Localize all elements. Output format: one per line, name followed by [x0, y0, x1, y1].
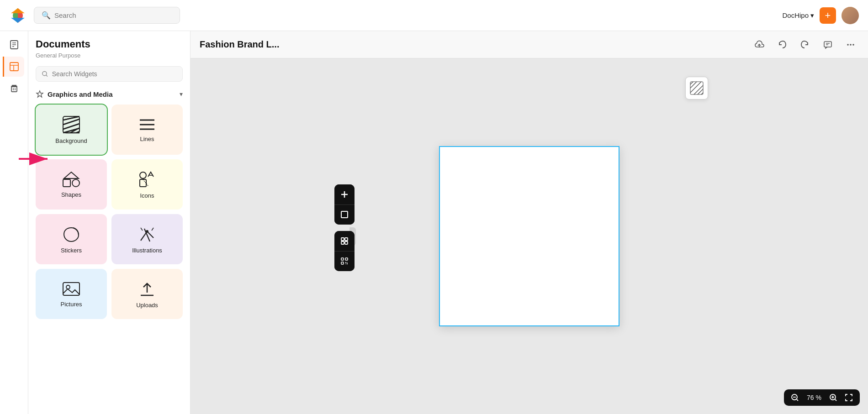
sidebar-subtitle: General Purpose	[36, 52, 183, 59]
zoom-fullscreen-button[interactable]	[843, 392, 854, 403]
widget-shapes[interactable]: Shapes	[36, 159, 107, 210]
widget-uploads[interactable]: Uploads	[111, 269, 183, 319]
redo-button[interactable]	[797, 37, 813, 53]
hatch-icon	[685, 77, 708, 100]
svg-rect-75	[345, 263, 346, 264]
svg-line-40	[141, 228, 143, 231]
float-qr-button[interactable]	[334, 251, 355, 271]
widget-search-bar[interactable]	[36, 66, 183, 82]
sidebar-title: Documents	[36, 38, 183, 50]
zoom-out-button[interactable]	[789, 392, 800, 403]
svg-rect-71	[345, 258, 348, 260]
zoom-controls: 76 %	[784, 389, 860, 406]
create-new-button[interactable]: +	[820, 7, 836, 24]
svg-line-22	[63, 124, 79, 129]
main-canvas-area: Fashion Brand L...	[191, 31, 868, 414]
svg-rect-76	[347, 262, 348, 263]
comment-button[interactable]	[820, 37, 836, 53]
svg-line-41	[152, 228, 153, 231]
svg-line-35	[143, 179, 148, 186]
save-cloud-button[interactable]	[751, 37, 767, 53]
widget-icons[interactable]: Icons	[111, 159, 183, 210]
svg-line-79	[797, 399, 798, 401]
stickers-widget-icon	[62, 225, 80, 243]
svg-point-54	[852, 44, 854, 46]
sidebar-item-trash[interactable]	[4, 79, 24, 99]
float-add-button[interactable]	[334, 184, 355, 204]
undo-icon	[778, 40, 787, 49]
left-icon-bar	[0, 31, 28, 414]
zoom-in-button[interactable]	[828, 392, 839, 403]
pictures-label: Pictures	[61, 301, 82, 308]
float-add-icon	[340, 190, 349, 199]
canvas-document[interactable]	[439, 146, 619, 326]
search-icon: 🔍	[42, 11, 51, 20]
svg-rect-32	[140, 179, 146, 187]
float-grid-icon	[340, 236, 349, 246]
widget-lines[interactable]: Lines	[111, 105, 183, 155]
zoom-level-display: 76 %	[805, 394, 823, 401]
search-widgets-icon	[42, 70, 48, 78]
nav-right: DocHipo ▾ +	[782, 7, 859, 24]
svg-rect-42	[63, 283, 79, 295]
zoom-out-icon	[791, 393, 799, 402]
svg-marker-31	[64, 172, 79, 178]
svg-rect-69	[345, 241, 348, 244]
svg-rect-72	[341, 262, 344, 264]
top-navigation: 🔍 DocHipo ▾ +	[0, 0, 868, 31]
svg-rect-68	[341, 241, 344, 244]
icons-label: Icons	[140, 192, 154, 199]
document-title: Fashion Brand L...	[200, 39, 746, 50]
float-qr-icon	[340, 257, 349, 266]
stickers-label: Stickers	[61, 247, 82, 254]
svg-rect-49	[824, 42, 831, 47]
sidebar-item-templates[interactable]	[3, 57, 24, 77]
svg-rect-5	[10, 63, 18, 71]
account-menu[interactable]: DocHipo ▾	[782, 11, 814, 20]
section-header-graphics-media[interactable]: Graphics and Media ▾	[36, 90, 183, 98]
search-widgets-input[interactable]	[52, 70, 177, 78]
graphics-media-icon	[36, 90, 44, 98]
widget-pictures[interactable]: Pictures	[36, 269, 107, 319]
save-cloud-icon	[754, 40, 764, 50]
fullscreen-icon	[845, 393, 853, 402]
section-title: Graphics and Media	[48, 90, 113, 98]
undo-button[interactable]	[774, 37, 790, 53]
svg-rect-8	[11, 87, 17, 92]
svg-rect-70	[341, 258, 344, 260]
svg-point-39	[146, 230, 148, 233]
widget-stickers[interactable]: Stickers	[36, 214, 107, 264]
float-frame-button[interactable]	[334, 204, 355, 225]
sidebar-item-documents[interactable]	[4, 35, 24, 55]
widget-background[interactable]: Background	[36, 105, 107, 155]
widget-grid: Background Lines Shapes	[36, 105, 183, 319]
svg-rect-29	[63, 179, 70, 187]
widget-illustrations[interactable]: Illustrations	[111, 214, 183, 264]
search-bar[interactable]: 🔍	[34, 7, 180, 24]
app-logo[interactable]	[9, 7, 26, 24]
comment-icon	[823, 40, 832, 49]
canvas-workspace	[191, 58, 868, 414]
svg-rect-74	[347, 263, 348, 264]
float-grid-button[interactable]	[334, 231, 355, 251]
svg-rect-65	[341, 211, 348, 218]
redo-icon	[800, 40, 810, 49]
float-btn-group-bottom	[334, 231, 355, 271]
user-avatar[interactable]	[842, 7, 859, 24]
toolbar-actions	[751, 37, 859, 53]
hatch-pattern-icon	[689, 81, 704, 95]
svg-rect-66	[341, 238, 344, 241]
more-options-button[interactable]	[842, 37, 859, 53]
section-chevron: ▾	[180, 90, 183, 98]
svg-line-83	[835, 399, 836, 401]
canvas-toolbar: Fashion Brand L...	[191, 31, 868, 58]
background-widget-icon	[62, 115, 80, 134]
search-input[interactable]	[54, 11, 172, 19]
background-label: Background	[55, 137, 87, 144]
svg-point-52	[847, 44, 849, 46]
float-frame-icon	[340, 210, 349, 219]
lines-widget-icon	[138, 117, 156, 132]
illustrations-widget-icon	[138, 225, 156, 243]
svg-rect-34	[140, 172, 146, 178]
shapes-label: Shapes	[61, 191, 81, 198]
